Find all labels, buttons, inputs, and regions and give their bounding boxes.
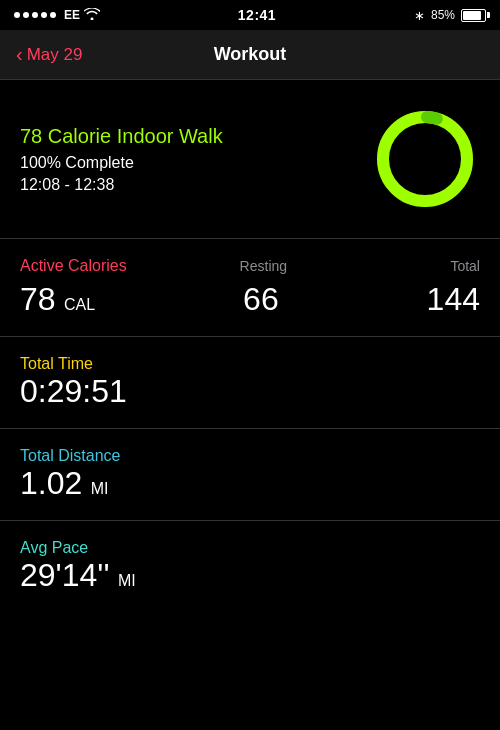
nav-title: Workout xyxy=(214,44,287,65)
total-time-value: 0:29:51 xyxy=(20,373,127,409)
workout-info: 78 Calorie Indoor Walk 100% Complete 12:… xyxy=(20,124,370,194)
calories-section: Active Calories Resting Total 78 CAL 66 … xyxy=(0,239,500,337)
signal-dots xyxy=(14,12,56,18)
ring-svg xyxy=(370,104,480,214)
total-time-value-row: 0:29:51 xyxy=(20,373,480,410)
workout-time-range: 12:08 - 12:38 xyxy=(20,176,370,194)
main-content: 78 Calorie Indoor Walk 100% Complete 12:… xyxy=(0,80,500,612)
dot-5 xyxy=(50,12,56,18)
dot-4 xyxy=(41,12,47,18)
back-button[interactable]: ‹ May 29 xyxy=(16,45,82,65)
progress-ring xyxy=(370,104,480,214)
dot-3 xyxy=(32,12,38,18)
avg-pace-label: Avg Pace xyxy=(20,539,88,556)
status-bar: EE 12:41 ∗ 85% xyxy=(0,0,500,30)
workout-complete: 100% Complete xyxy=(20,154,370,172)
total-distance-value: 1.02 xyxy=(20,465,82,501)
total-time-section: Total Time 0:29:51 xyxy=(0,337,500,429)
avg-pace-section: Avg Pace 29'14'' MI xyxy=(0,521,500,612)
total-distance-label-row: Total Distance xyxy=(20,447,480,465)
avg-pace-value-row: 29'14'' MI xyxy=(20,557,480,594)
calories-active-unit: CAL xyxy=(64,296,95,313)
svg-point-1 xyxy=(383,117,467,201)
total-distance-unit: MI xyxy=(91,480,109,497)
avg-pace-label-row: Avg Pace xyxy=(20,539,480,557)
battery-fill xyxy=(463,11,481,20)
total-distance-section: Total Distance 1.02 MI xyxy=(0,429,500,521)
back-chevron-icon: ‹ xyxy=(16,44,23,64)
battery-percent: 85% xyxy=(431,8,455,22)
total-distance-value-row: 1.02 MI xyxy=(20,465,480,502)
battery-icon xyxy=(461,9,486,22)
total-time-label: Total Time xyxy=(20,355,93,372)
calories-total: 144 xyxy=(427,281,480,318)
avg-pace-value: 29'14'' xyxy=(20,557,110,593)
dot-2 xyxy=(23,12,29,18)
wifi-icon xyxy=(84,8,100,23)
nav-bar: ‹ May 29 Workout xyxy=(0,30,500,80)
calories-resting: 66 xyxy=(243,281,279,318)
workout-header: 78 Calorie Indoor Walk 100% Complete 12:… xyxy=(0,80,500,239)
total-distance-label: Total Distance xyxy=(20,447,121,464)
total-header: Total xyxy=(400,258,480,274)
status-left: EE xyxy=(14,8,100,23)
workout-title: 78 Calorie Indoor Walk xyxy=(20,124,370,148)
calories-label: Active Calories xyxy=(20,257,127,275)
calories-resting-value: 66 xyxy=(243,281,279,317)
resting-header: Resting xyxy=(223,258,303,274)
status-right: ∗ 85% xyxy=(414,8,486,23)
avg-pace-unit: MI xyxy=(118,572,136,589)
status-time: 12:41 xyxy=(238,7,276,23)
calories-total-value: 144 xyxy=(427,281,480,317)
calories-values-row: 78 CAL 66 144 xyxy=(20,281,480,318)
bluetooth-icon: ∗ xyxy=(414,8,425,23)
calories-header-row: Active Calories Resting Total xyxy=(20,257,480,275)
carrier-label: EE xyxy=(64,8,80,22)
calories-active-value: 78 xyxy=(20,281,56,317)
dot-1 xyxy=(14,12,20,18)
back-label: May 29 xyxy=(27,45,83,65)
calories-active: 78 CAL xyxy=(20,281,95,318)
total-time-label-row: Total Time xyxy=(20,355,480,373)
